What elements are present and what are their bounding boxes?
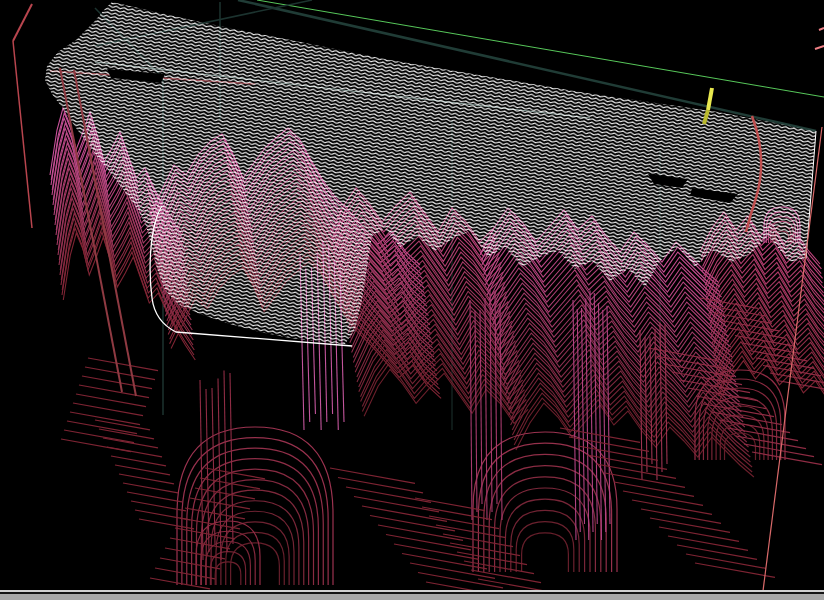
window-bottom-border — [0, 590, 824, 600]
toolpath-scene-svg — [0, 0, 824, 590]
border-face — [0, 594, 824, 600]
app-window — [0, 0, 824, 600]
graphics-viewport[interactable] — [0, 0, 824, 590]
